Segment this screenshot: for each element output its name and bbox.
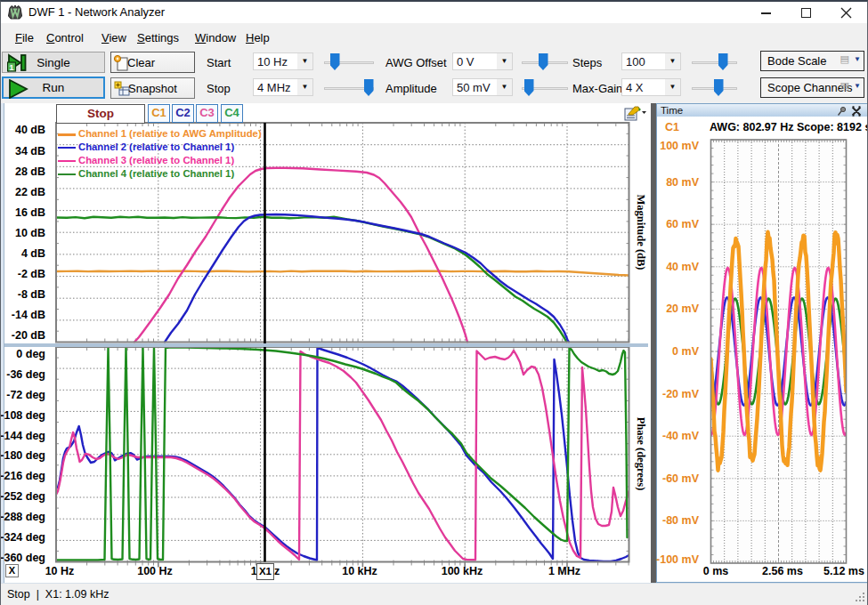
svg-text:2.56 ms: 2.56 ms	[762, 565, 803, 577]
svg-text:-80 mV: -80 mV	[662, 514, 700, 527]
svg-text:-20 mV: -20 mV	[662, 388, 700, 400]
svg-text:80 mV: 80 mV	[666, 176, 699, 189]
svg-text:100 mV: 100 mV	[660, 140, 699, 152]
svg-text:5.12 ms: 5.12 ms	[823, 565, 864, 577]
svg-text:60 mV: 60 mV	[666, 218, 699, 230]
svg-text:0 ms: 0 ms	[703, 565, 729, 577]
svg-text:-40 mV: -40 mV	[662, 430, 700, 442]
svg-text:40 mV: 40 mV	[666, 261, 699, 273]
svg-text:0 mV: 0 mV	[672, 345, 700, 358]
svg-text:-60 mV: -60 mV	[662, 472, 700, 485]
svg-text:20 mV: 20 mV	[666, 302, 699, 315]
svg-text:-100 mV: -100 mV	[656, 553, 700, 566]
